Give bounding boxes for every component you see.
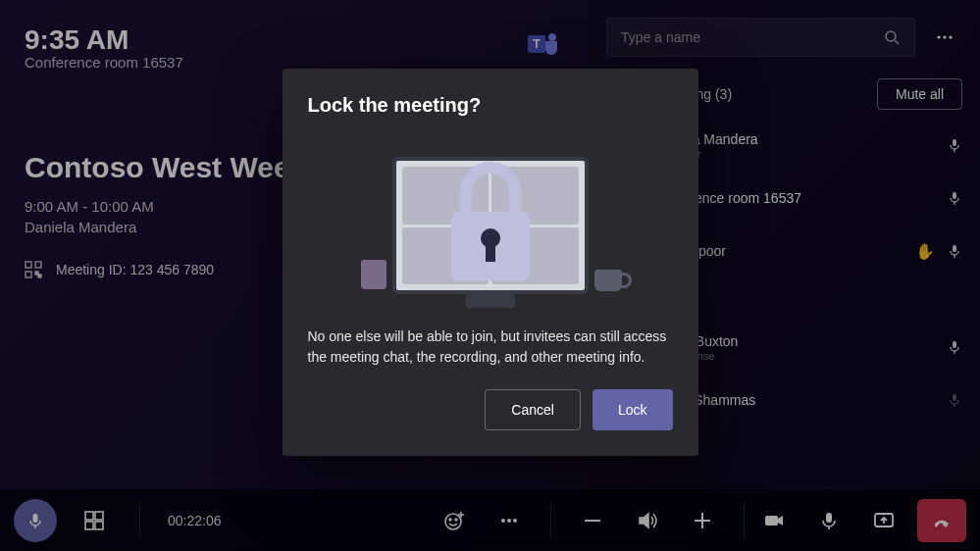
dialog-body-text: No one else will be able to join, but in… bbox=[308, 326, 673, 368]
lock-meeting-dialog: Lock the meeting? No one else will be ab… bbox=[283, 69, 698, 456]
dialog-title: Lock the meeting? bbox=[308, 94, 673, 117]
cancel-button[interactable]: Cancel bbox=[485, 389, 581, 430]
lock-illustration bbox=[343, 142, 638, 309]
modal-backdrop[interactable]: Lock the meeting? No one else will be ab… bbox=[0, 0, 980, 551]
svg-rect-48 bbox=[486, 242, 495, 262]
lock-button[interactable]: Lock bbox=[593, 389, 673, 430]
lock-icon bbox=[441, 158, 540, 285]
